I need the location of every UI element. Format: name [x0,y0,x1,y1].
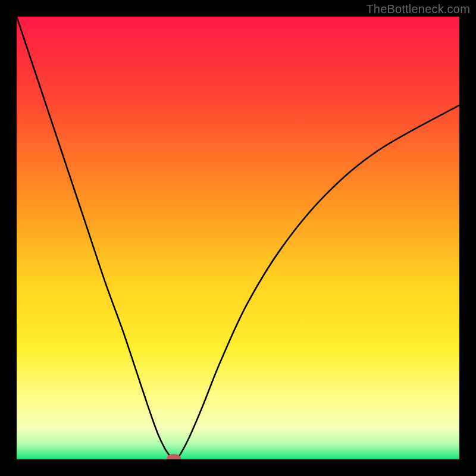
plot-area [17,17,459,459]
chart-svg [17,17,459,459]
chart-background [17,17,459,459]
watermark-text: TheBottleneck.com [366,2,470,16]
chart-frame: TheBottleneck.com [0,0,476,476]
